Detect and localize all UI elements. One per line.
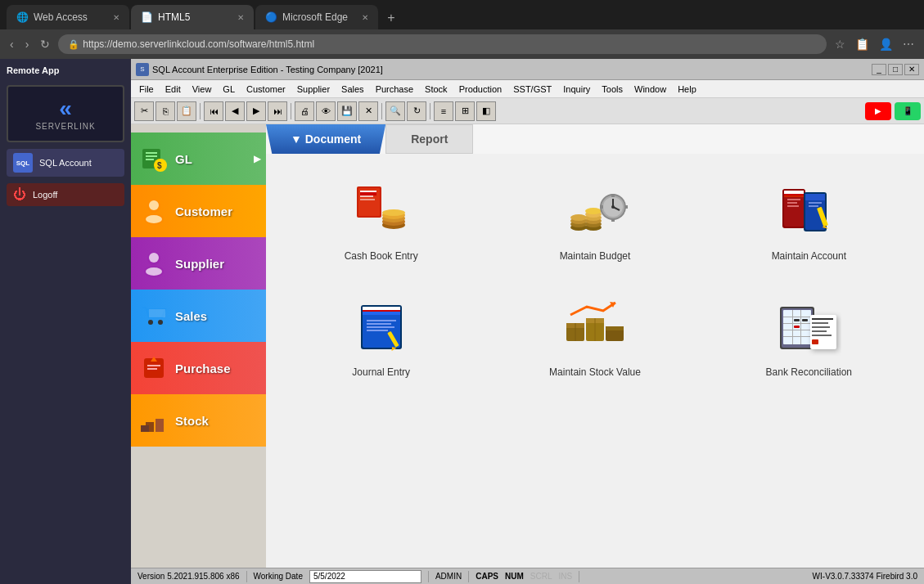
toolbar-print[interactable]: 🖨 xyxy=(295,101,314,121)
toolbar-first[interactable]: ⏮ xyxy=(204,101,223,121)
svg-rect-69 xyxy=(809,205,818,207)
svg-rect-105 xyxy=(812,318,833,320)
power-icon: ⏻ xyxy=(13,187,26,202)
stockvalue-icon xyxy=(562,299,628,356)
tab-document[interactable]: ▼ Document xyxy=(266,124,385,154)
tab-html5[interactable]: 📄 HTML5 ✕ xyxy=(131,5,254,29)
svg-point-46 xyxy=(585,208,602,214)
maximize-button[interactable]: □ xyxy=(888,64,903,75)
refresh-button[interactable]: ↻ xyxy=(37,36,53,52)
icon-maintain-budget[interactable]: Maintain Budget xyxy=(496,170,693,270)
toolbar-copy[interactable]: ⎘ xyxy=(156,101,175,121)
browser-actions: ☆ 📋 👤 ⋯ xyxy=(832,36,917,52)
menu-sales[interactable]: Sales xyxy=(336,83,369,95)
forward-button[interactable]: › xyxy=(22,36,33,52)
tab-close-edge[interactable]: ✕ xyxy=(362,13,368,22)
nav-item-stock[interactable]: Stock xyxy=(131,394,266,447)
tab-report[interactable]: Report xyxy=(385,124,473,154)
icon-journal-entry[interactable]: Journal Entry xyxy=(282,286,480,386)
menu-file[interactable]: File xyxy=(134,83,159,95)
toolbar-paste[interactable]: 📋 xyxy=(177,101,196,121)
svg-rect-98 xyxy=(783,336,811,337)
tab-web-access[interactable]: 🌐 Web Access ✕ xyxy=(7,5,129,29)
menu-tools[interactable]: Tools xyxy=(597,83,628,95)
app-titlebar: S SQL Account Enterprise Edition - Testi… xyxy=(131,59,924,80)
customer-icon xyxy=(139,196,169,226)
tab-close-web[interactable]: ✕ xyxy=(113,13,119,22)
nav-item-purchase[interactable]: Purchase xyxy=(131,342,266,394)
svg-rect-77 xyxy=(367,320,396,321)
minimize-button[interactable]: _ xyxy=(872,64,886,75)
toolbar-cancel[interactable]: ✕ xyxy=(358,101,378,121)
nav-customer-label: Customer xyxy=(175,204,232,218)
svg-point-9 xyxy=(146,215,162,223)
svg-rect-107 xyxy=(812,326,830,328)
toolbar-last[interactable]: ⏭ xyxy=(268,101,287,121)
toolbar-extra1[interactable]: ≡ xyxy=(434,101,453,121)
ins-indicator: INS xyxy=(558,572,572,581)
toolbar-refresh[interactable]: ↻ xyxy=(407,101,426,121)
toolbar-prev[interactable]: ◀ xyxy=(225,101,245,121)
menu-purchase[interactable]: Purchase xyxy=(371,83,418,95)
svg-rect-68 xyxy=(809,202,822,204)
nav-item-sales[interactable]: Sales xyxy=(131,290,266,342)
icon-maintain-account[interactable]: Maintain Account xyxy=(710,170,908,270)
menu-help[interactable]: Help xyxy=(673,83,701,95)
toolbar-search[interactable]: 🔍 xyxy=(385,101,405,121)
svg-rect-3 xyxy=(146,159,154,160)
tab-close-html5[interactable]: ✕ xyxy=(237,13,244,22)
menu-inquiry[interactable]: Inquiry xyxy=(558,83,595,95)
journal-visual xyxy=(349,294,414,360)
toolbar-next[interactable]: ▶ xyxy=(246,101,266,121)
menu-production[interactable]: Production xyxy=(454,83,507,95)
toolbar-preview[interactable]: 👁 xyxy=(316,101,336,121)
browser-favorites[interactable]: ☆ xyxy=(832,36,849,52)
close-button[interactable]: ✕ xyxy=(904,64,919,75)
menu-stock[interactable]: Stock xyxy=(420,83,453,95)
menu-view[interactable]: View xyxy=(187,83,217,95)
back-button[interactable]: ‹ xyxy=(7,36,17,52)
address-input[interactable]: 🔒 https://demo.serverlinkcloud.com/softw… xyxy=(58,34,827,54)
toolbar-cut[interactable]: ✂ xyxy=(134,101,154,121)
nav-item-supplier[interactable]: Supplier xyxy=(131,237,266,290)
sql-account-app[interactable]: SQL SQL Account xyxy=(7,149,124,177)
menu-edit[interactable]: Edit xyxy=(160,83,186,95)
serverlink-logo: « SERVERLINK xyxy=(7,85,124,142)
icon-maintain-stock-value[interactable]: Maintain Stock Value xyxy=(496,286,693,386)
menu-gl[interactable]: GL xyxy=(218,83,240,95)
svg-point-12 xyxy=(149,253,159,263)
menu-sst[interactable]: SST/GST xyxy=(508,83,557,95)
toolbar: ✂ ⎘ 📋 ⏮ ◀ ▶ ⏭ 🖨 👁 💾 ✕ 🔍 ↻ ≡ ⊞ ◧ ▶ 📱 xyxy=(131,98,924,124)
menu-supplier[interactable]: Supplier xyxy=(292,83,335,95)
sql-account-icon: SQL xyxy=(13,153,33,173)
menu-customer[interactable]: Customer xyxy=(241,83,291,95)
browser-profile[interactable]: 👤 xyxy=(876,36,896,52)
logoff-button[interactable]: ⏻ Logoff xyxy=(7,183,124,206)
working-date-input[interactable] xyxy=(309,570,421,583)
toolbar-save[interactable]: 💾 xyxy=(337,101,357,121)
toolbar-extra3[interactable]: ◧ xyxy=(476,101,496,121)
browser-collections[interactable]: 📋 xyxy=(852,36,872,52)
whatsapp-button[interactable]: 📱 xyxy=(895,102,921,120)
tab-edge[interactable]: 🔵 Microsoft Edge ✕ xyxy=(255,5,378,29)
icon-bank-reconciliation[interactable]: Bank Reconciliation xyxy=(710,286,908,386)
nav-item-customer[interactable]: Customer xyxy=(131,185,266,237)
social-buttons: ▶ 📱 xyxy=(865,102,921,120)
menu-window[interactable]: Window xyxy=(629,83,671,95)
new-tab-button[interactable]: + xyxy=(380,7,403,29)
nav-item-gl[interactable]: $ GL ▶ xyxy=(131,133,266,185)
bank-icon xyxy=(776,299,841,356)
youtube-button[interactable]: ▶ xyxy=(865,102,891,120)
budget-label: Maintain Budget xyxy=(560,250,631,262)
browser-menu[interactable]: ⋯ xyxy=(899,36,917,52)
toolbar-extra2[interactable]: ⊞ xyxy=(455,101,475,121)
cashbook-visual xyxy=(349,178,414,244)
gl-icon: $ xyxy=(139,144,169,173)
svg-point-14 xyxy=(148,320,153,325)
stockvalue-label: Maintain Stock Value xyxy=(549,366,641,378)
svg-rect-18 xyxy=(147,365,160,366)
nav-gl-arrow: ▶ xyxy=(254,153,261,164)
svg-rect-19 xyxy=(147,368,157,370)
icon-cash-book-entry[interactable]: Cash Book Entry xyxy=(282,170,480,270)
svg-rect-63 xyxy=(784,191,804,194)
